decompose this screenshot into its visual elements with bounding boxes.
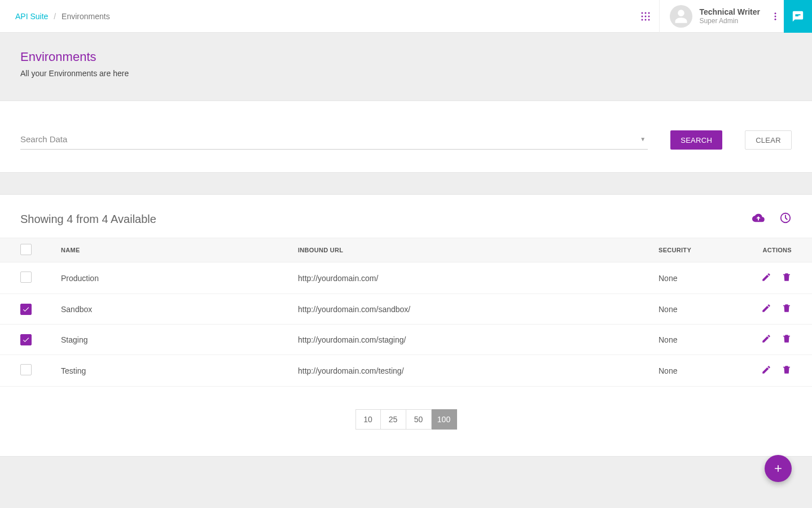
edit-icon[interactable] bbox=[761, 365, 771, 376]
page-size-25[interactable]: 25 bbox=[381, 409, 406, 430]
results-head: Showing 4 from 4 Available bbox=[0, 212, 812, 238]
page-size-10[interactable]: 10 bbox=[355, 409, 381, 430]
clear-button[interactable]: CLEAR bbox=[745, 130, 792, 150]
table-row: Productionhttp://yourdomain.com/None bbox=[0, 262, 812, 294]
svg-point-4 bbox=[644, 15, 646, 17]
cloud-upload-icon[interactable] bbox=[752, 212, 765, 226]
chat-button[interactable] bbox=[784, 0, 812, 33]
svg-point-9 bbox=[775, 12, 776, 14]
svg-point-0 bbox=[641, 12, 643, 14]
cell-name: Sandbox bbox=[56, 294, 293, 325]
bottom-strip bbox=[0, 456, 812, 508]
breadcrumb-current: Environments bbox=[62, 12, 110, 21]
add-fab[interactable] bbox=[765, 455, 792, 482]
row-checkbox[interactable] bbox=[20, 304, 32, 315]
user-text: Technical Writer Super Admin bbox=[699, 7, 760, 25]
th-security: SECURITY bbox=[654, 238, 744, 262]
search-input[interactable] bbox=[20, 134, 648, 144]
row-actions bbox=[749, 272, 792, 284]
row-actions bbox=[749, 303, 792, 315]
user-role: Super Admin bbox=[699, 17, 760, 25]
avatar bbox=[670, 5, 692, 28]
user-block: Technical Writer Super Admin bbox=[660, 5, 767, 28]
search-button[interactable]: SEARCH bbox=[670, 130, 722, 150]
edit-icon[interactable] bbox=[761, 303, 771, 315]
pagination: 102550100 bbox=[0, 409, 812, 430]
row-actions bbox=[749, 365, 792, 376]
environments-table: NAME INBOUND URL SECURITY ACTIONS Produc… bbox=[0, 238, 812, 387]
search-input-wrap: ▼ bbox=[20, 129, 648, 150]
cell-security: None bbox=[654, 325, 744, 355]
user-name: Technical Writer bbox=[699, 7, 760, 17]
cell-name: Staging bbox=[56, 325, 293, 355]
th-actions: ACTIONS bbox=[744, 238, 812, 262]
breadcrumb-root-link[interactable]: API Suite bbox=[15, 12, 48, 21]
page-size-100[interactable]: 100 bbox=[432, 409, 457, 430]
cell-url: http://yourdomain.com/sandbox/ bbox=[293, 294, 654, 325]
results-actions bbox=[752, 212, 792, 226]
svg-point-11 bbox=[775, 18, 776, 20]
svg-point-2 bbox=[648, 12, 649, 14]
delete-icon[interactable] bbox=[782, 334, 792, 345]
delete-icon[interactable] bbox=[782, 272, 792, 284]
results-section: Showing 4 from 4 Available NAME INBOUND … bbox=[0, 194, 812, 458]
svg-point-8 bbox=[648, 19, 649, 20]
page-header: Environments All your Environments are h… bbox=[0, 33, 812, 100]
breadcrumb-separator: / bbox=[54, 12, 56, 21]
svg-point-5 bbox=[648, 15, 649, 17]
cell-url: http://yourdomain.com/testing/ bbox=[293, 355, 654, 387]
delete-icon[interactable] bbox=[782, 303, 792, 315]
page-size-50[interactable]: 50 bbox=[406, 409, 432, 430]
row-checkbox[interactable] bbox=[20, 334, 32, 345]
cell-name: Testing bbox=[56, 355, 293, 387]
select-all-checkbox[interactable] bbox=[20, 244, 32, 255]
row-actions bbox=[749, 334, 792, 345]
row-checkbox[interactable] bbox=[20, 271, 32, 283]
th-name: NAME bbox=[56, 238, 293, 262]
gap-band bbox=[0, 173, 812, 194]
more-vert-icon[interactable] bbox=[767, 0, 784, 33]
edit-icon[interactable] bbox=[761, 272, 771, 284]
topbar: API Suite / Environments Technical Write… bbox=[0, 0, 812, 33]
table-row: Sandboxhttp://yourdomain.com/sandbox/Non… bbox=[0, 294, 812, 325]
svg-point-3 bbox=[641, 15, 643, 17]
cell-security: None bbox=[654, 355, 744, 387]
topbar-right: Technical Writer Super Admin bbox=[631, 0, 812, 32]
page-title: Environments bbox=[20, 50, 792, 64]
delete-icon[interactable] bbox=[782, 365, 792, 376]
cell-url: http://yourdomain.com/staging/ bbox=[293, 325, 654, 355]
breadcrumb: API Suite / Environments bbox=[15, 12, 110, 21]
apps-icon[interactable] bbox=[631, 0, 660, 33]
cell-url: http://yourdomain.com/ bbox=[293, 262, 654, 294]
cell-name: Production bbox=[56, 262, 293, 294]
row-checkbox[interactable] bbox=[20, 364, 32, 375]
svg-point-7 bbox=[644, 19, 646, 20]
edit-icon[interactable] bbox=[761, 334, 771, 345]
table-row: Testinghttp://yourdomain.com/testing/Non… bbox=[0, 355, 812, 387]
svg-point-6 bbox=[641, 19, 643, 20]
th-url: INBOUND URL bbox=[293, 238, 654, 262]
cell-security: None bbox=[654, 262, 744, 294]
dropdown-caret-icon[interactable]: ▼ bbox=[640, 136, 646, 142]
history-icon[interactable] bbox=[779, 212, 792, 226]
table-row: Staginghttp://yourdomain.com/staging/Non… bbox=[0, 325, 812, 355]
cell-security: None bbox=[654, 294, 744, 325]
results-summary: Showing 4 from 4 Available bbox=[20, 213, 156, 226]
svg-point-10 bbox=[775, 15, 776, 17]
svg-point-1 bbox=[644, 12, 646, 14]
search-section: ▼ SEARCH CLEAR bbox=[0, 100, 812, 173]
page-subtitle: All your Environments are here bbox=[20, 69, 792, 78]
